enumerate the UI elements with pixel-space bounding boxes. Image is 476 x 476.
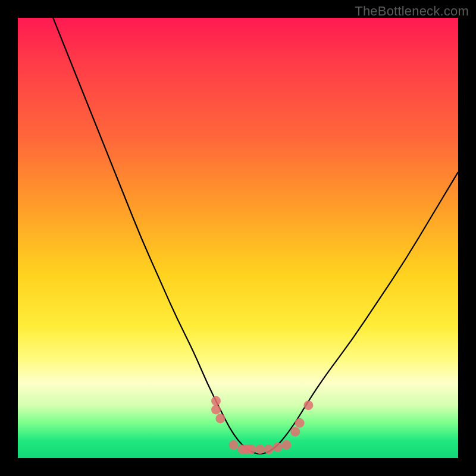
curve-markers (211, 396, 313, 454)
curve-marker (303, 400, 313, 410)
curve-marker (237, 444, 247, 454)
chart-frame: TheBottleneck.com (0, 0, 476, 476)
curve-marker (211, 396, 221, 406)
curve-marker (273, 443, 283, 452)
chart-plot-area (18, 18, 458, 458)
curve-marker (229, 440, 239, 450)
bottleneck-curve (53, 18, 458, 454)
curve-marker (211, 405, 221, 415)
watermark-text: TheBottleneck.com (355, 4, 469, 19)
curve-marker (255, 444, 265, 454)
curve-marker (215, 414, 225, 423)
curve-marker (290, 427, 300, 437)
curve-marker (295, 418, 305, 428)
curve-marker (264, 444, 274, 454)
curve-svg (18, 18, 458, 458)
curve-marker (281, 440, 291, 450)
curve-marker (246, 444, 256, 454)
curve-marker (242, 444, 252, 454)
